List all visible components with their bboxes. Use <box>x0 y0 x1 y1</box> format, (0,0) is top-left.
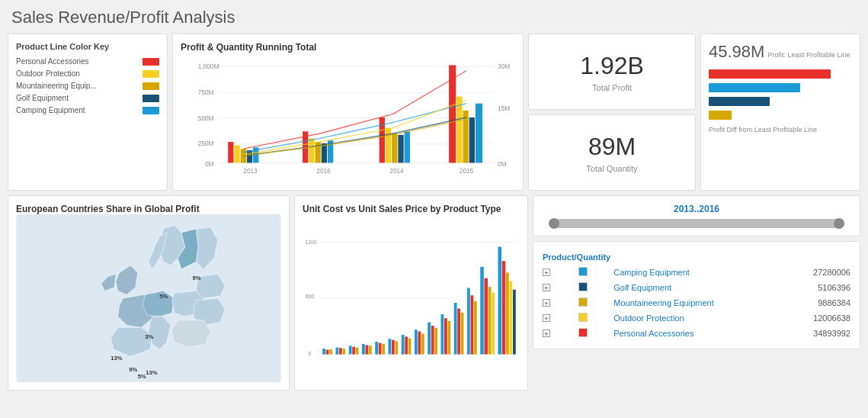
svg-rect-82 <box>369 346 372 354</box>
slider-track[interactable] <box>549 219 844 228</box>
slider-container[interactable] <box>541 219 852 228</box>
product-color-cell <box>577 310 613 326</box>
svg-text:30M: 30M <box>498 63 510 70</box>
svg-text:5%: 5% <box>159 293 168 300</box>
color-key-swatch <box>143 107 159 114</box>
svg-rect-98 <box>441 314 444 355</box>
product-qty-cell: 27280006 <box>785 265 852 280</box>
color-key-card: Product Line Color Key Personal Accessor… <box>8 34 168 191</box>
profit-diff-subtitle: Profit: Least Profitable Line <box>767 51 850 59</box>
svg-rect-29 <box>392 133 397 162</box>
unit-cost-card: Unit Cost vs Unit Sales Price by Product… <box>294 195 528 391</box>
svg-text:500M: 500M <box>198 115 214 122</box>
color-key-item-label: Personal Accessories <box>16 57 138 66</box>
svg-rect-36 <box>476 104 482 163</box>
svg-rect-72 <box>326 350 329 355</box>
table-row: + Golf Equipment 5106396 <box>541 280 852 295</box>
table-row: + Outdoor Protection 12006638 <box>541 310 852 326</box>
svg-rect-111 <box>498 247 502 355</box>
svg-text:13%: 13% <box>111 355 122 362</box>
svg-text:2014: 2014 <box>389 168 404 175</box>
color-key-item-label: Mountaineering Equip... <box>16 82 138 90</box>
product-color-cell <box>577 280 613 295</box>
expand-cell[interactable]: + <box>541 326 577 341</box>
svg-rect-23 <box>309 138 314 162</box>
expand-cell[interactable]: + <box>541 295 577 310</box>
diff-bar <box>709 97 770 106</box>
profit-chart-svg: 1,000M 750M 500M 250M 0M 30M 15M 0M 2 <box>181 53 515 182</box>
svg-rect-100 <box>448 321 451 355</box>
slider-thumb-left[interactable] <box>549 218 559 229</box>
svg-text:0: 0 <box>309 351 312 356</box>
svg-rect-107 <box>480 267 484 355</box>
diff-bar <box>709 83 800 92</box>
diff-bar-row <box>709 97 852 106</box>
color-key-item-label: Camping Equipment <box>16 106 138 114</box>
svg-rect-96 <box>431 326 434 355</box>
svg-rect-91 <box>408 339 412 355</box>
svg-rect-93 <box>418 332 421 355</box>
product-table-header: Product/Quantity <box>541 249 612 265</box>
profit-diff-card: 45.98M Profit: Least Profitable Line Pro… <box>700 34 860 191</box>
color-key-item-label: Golf Equipment <box>16 94 138 102</box>
svg-rect-102 <box>457 309 460 355</box>
product-color-cell <box>577 265 613 280</box>
total-profit-card: 1.92B Total Profit <box>528 34 696 110</box>
product-table-qty-header <box>612 249 784 265</box>
unit-cost-title: Unit Cost vs Unit Sales Price by Product… <box>303 204 520 214</box>
svg-text:9%: 9% <box>129 366 137 373</box>
product-name-cell: Golf Equipment <box>612 280 784 295</box>
svg-rect-114 <box>510 281 513 355</box>
expand-cell[interactable]: + <box>541 310 577 326</box>
color-key-item: Outdoor Protection <box>16 69 159 78</box>
svg-rect-90 <box>405 336 408 354</box>
profit-chart-area: 1,000M 750M 500M 250M 0M 30M 15M 0M 2 <box>181 53 515 182</box>
svg-rect-89 <box>402 335 405 355</box>
product-name-cell: Outdoor Protection <box>612 310 784 326</box>
total-profit-label: Total Profit <box>592 83 632 92</box>
svg-text:0M: 0M <box>205 161 214 168</box>
europe-map-card: European Countries Share in Global Profi… <box>8 195 290 391</box>
expand-cell[interactable]: + <box>541 265 577 280</box>
svg-rect-20 <box>247 150 252 162</box>
svg-rect-74 <box>336 348 339 355</box>
svg-text:13%: 13% <box>146 369 157 376</box>
profit-chart-card: Profit & Quantity Running Total 1,000M 7… <box>172 34 524 191</box>
svg-rect-81 <box>366 346 369 355</box>
profit-diff-footer: Profit Diff from Least Profitable Line <box>709 126 852 133</box>
svg-text:3%: 3% <box>145 333 153 340</box>
slider-card[interactable]: 2013..2016 <box>533 195 860 236</box>
expand-cell[interactable]: + <box>541 280 577 295</box>
color-key-item: Camping Equipment <box>16 106 159 114</box>
svg-rect-115 <box>513 290 516 355</box>
europe-map-container: 5% 9% 3% 13% 9% 5% 13% 14% 5% 7% 9% 8% <box>16 214 281 382</box>
svg-rect-76 <box>343 349 346 355</box>
product-qty-cell: 5106396 <box>785 280 852 295</box>
slider-thumb-right[interactable] <box>834 218 844 229</box>
svg-rect-88 <box>396 341 399 354</box>
svg-rect-71 <box>322 349 325 355</box>
color-key-title: Product Line Color Key <box>16 42 159 51</box>
svg-rect-99 <box>444 318 447 354</box>
svg-text:2013: 2013 <box>243 168 258 175</box>
total-profit-value: 1.92B <box>580 52 644 80</box>
product-name-cell: Personal Accessories <box>612 326 784 341</box>
svg-text:5%: 5% <box>138 373 146 380</box>
svg-rect-113 <box>506 272 509 354</box>
svg-text:600: 600 <box>306 294 315 299</box>
svg-rect-101 <box>454 303 457 355</box>
product-qty-cell: 9886384 <box>785 295 852 310</box>
color-key-item-label: Outdoor Protection <box>16 69 138 78</box>
page-title: Sales Revenue/Profit Analysis <box>0 0 868 34</box>
slider-fill <box>555 219 839 228</box>
table-row: + Camping Equipment 27280006 <box>541 265 852 280</box>
svg-rect-112 <box>502 261 506 354</box>
svg-rect-104 <box>467 288 470 355</box>
total-quantity-value: 89M <box>588 133 636 161</box>
product-table: Product/Quantity + Camping Equipment 272… <box>541 249 852 341</box>
svg-rect-92 <box>415 330 418 354</box>
svg-rect-110 <box>492 293 495 355</box>
svg-text:1,000M: 1,000M <box>198 63 219 70</box>
product-name-cell: Mountaineering Equipment <box>612 295 784 310</box>
svg-rect-108 <box>485 278 488 355</box>
